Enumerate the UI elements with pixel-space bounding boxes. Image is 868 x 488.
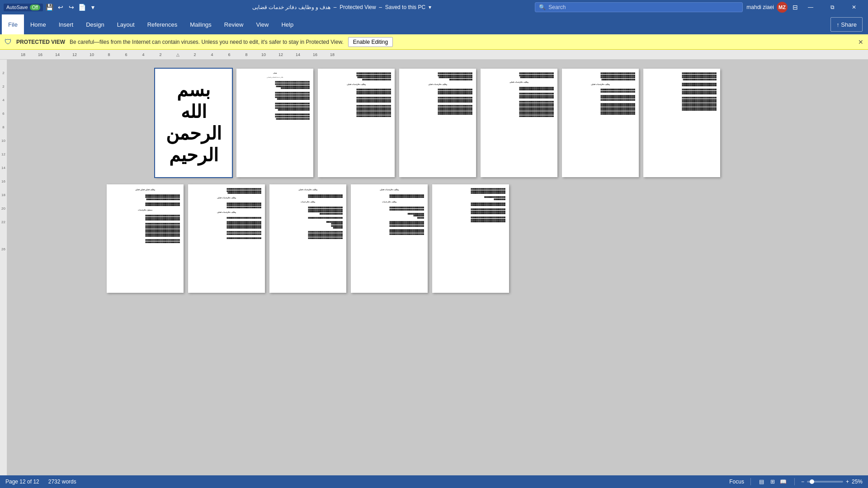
- tab-help[interactable]: Help: [275, 14, 300, 34]
- protected-view-bar: 🛡 PROTECTED VIEW Be careful—files from t…: [0, 34, 868, 50]
- ruler-num-v: 10: [1, 129, 5, 143]
- page-7[interactable]: ████████████████████████████████████ ███…: [643, 69, 720, 177]
- tab-layout[interactable]: Layout: [111, 14, 141, 34]
- page-8[interactable]: وظایف قضایی قضایی قضایی ████████████████…: [107, 184, 184, 293]
- ruler-num: 14: [49, 52, 66, 57]
- status-right: Focus ▤ ⊞ 📖 − + 25%: [729, 477, 863, 486]
- user-avatar[interactable]: MZ: [777, 2, 788, 13]
- saved-label: Saved to this PC: [385, 4, 425, 10]
- tab-insert[interactable]: Insert: [52, 14, 80, 34]
- zoom-slider[interactable]: [807, 481, 843, 483]
- share-button[interactable]: ↑ Share: [830, 17, 863, 32]
- page-content: هدف دفاتر خدمات قضایی قضایی ████████████…: [236, 69, 313, 123]
- window-controls: ⊟ — ⧉ ✕: [791, 0, 864, 14]
- title-bar-center: هدف و وظایف دفاتر خدمات قضایی – Protecte…: [148, 4, 535, 10]
- page-content: ████████████████████████████████████ ███…: [432, 184, 509, 226]
- web-layout-icon[interactable]: ⊞: [768, 477, 777, 486]
- close-button[interactable]: ✕: [844, 0, 864, 14]
- close-protected-bar[interactable]: ✕: [858, 38, 863, 46]
- ruler-num: 12: [272, 52, 289, 57]
- redo-icon[interactable]: ↪: [67, 3, 75, 11]
- doc-title: هدف و وظایف دفاتر خدمات قضایی: [252, 4, 331, 10]
- ruler-num: △: [169, 52, 186, 57]
- page-3[interactable]: ████████████████████████████████████ ███…: [318, 69, 395, 177]
- title-bar-right: 🔍 Search mahdi ziaei MZ ⊟ — ⧉ ✕: [535, 0, 864, 14]
- page-12[interactable]: ████████████████████████████████████ ███…: [432, 184, 509, 293]
- pages-row-2: وظایف قضایی قضایی قضایی ████████████████…: [25, 184, 850, 293]
- page-content: ████████████████████████████████████ ███…: [562, 69, 639, 119]
- new-doc-icon[interactable]: 📄: [78, 3, 86, 11]
- ruler-num: 18: [14, 52, 32, 57]
- ruler-num-v: 20: [1, 197, 5, 211]
- zoom-plus[interactable]: +: [846, 479, 849, 485]
- page-content: ████████████████████████████████████ ███…: [399, 69, 476, 119]
- ruler-num-v: 16: [1, 170, 5, 183]
- tab-home[interactable]: Home: [24, 14, 52, 34]
- separator: [794, 478, 795, 485]
- autosave-toggle[interactable]: Off: [30, 5, 40, 10]
- ribbon-display-icon[interactable]: ⊟: [791, 3, 799, 11]
- tab-mailings[interactable]: Mailings: [184, 14, 218, 34]
- ruler-num: 4: [203, 52, 221, 57]
- pages-row-1: بسم اللهالرحمن الرحيم هدف دفاتر خدمات قض…: [25, 69, 850, 177]
- ruler-num: 6: [221, 52, 238, 57]
- ruler-num: 8: [238, 52, 255, 57]
- title-bar: AutoSave Off 💾 ↩ ↪ 📄 ▾ هدف و وظایف دفاتر…: [0, 0, 868, 14]
- page-11[interactable]: وظایف دفاتر خدمات قضایی ████████████████…: [351, 184, 428, 293]
- ruler-num: 10: [255, 52, 272, 57]
- page-10[interactable]: وظایف دفاتر خدمات قضایی ████████████████…: [269, 184, 346, 293]
- protected-view-label: Protected View: [340, 4, 376, 10]
- autosave-badge: AutoSave Off: [4, 4, 43, 11]
- zoom-minus[interactable]: −: [801, 479, 804, 485]
- ruler-num-v: 8: [2, 116, 4, 129]
- protected-view-message: Be careful—files from the Internet can c…: [70, 39, 344, 45]
- page-content: وظایف دفاتر خدمات قضایی ████████████████…: [351, 184, 428, 239]
- focus-label[interactable]: Focus: [729, 479, 744, 485]
- read-mode-icon[interactable]: 📖: [779, 477, 788, 486]
- search-placeholder: Search: [548, 4, 566, 10]
- page-content: ████████████████████████████████████ ███…: [318, 69, 395, 121]
- page-1[interactable]: بسم اللهالرحمن الرحيم: [155, 69, 232, 177]
- ruler-num: 2: [186, 52, 203, 57]
- shield-icon: 🛡: [5, 38, 12, 46]
- page-9[interactable]: ████████████████████████████████████ ███…: [188, 184, 265, 293]
- tab-view[interactable]: View: [250, 14, 275, 34]
- tab-review[interactable]: Review: [218, 14, 250, 34]
- zoom-area: − + 25%: [801, 479, 863, 485]
- title-bar-left: AutoSave Off 💾 ↩ ↪ 📄 ▾: [4, 3, 148, 11]
- document-canvas[interactable]: بسم اللهالرحمن الرحيم هدف دفاتر خدمات قض…: [7, 60, 868, 475]
- page-5[interactable]: ████████████████████████████████████ ███…: [481, 69, 557, 177]
- zoom-level: 25%: [852, 479, 863, 485]
- tab-references[interactable]: References: [141, 14, 184, 34]
- ribbon: File Home Insert Design Layout Reference…: [0, 14, 868, 34]
- enable-editing-button[interactable]: Enable Editing: [348, 37, 393, 47]
- undo-icon[interactable]: ↩: [57, 3, 65, 11]
- print-layout-icon[interactable]: ▤: [757, 477, 766, 486]
- ruler-num: 4: [135, 52, 152, 57]
- save-icon[interactable]: 💾: [46, 3, 54, 11]
- customize-icon[interactable]: ▾: [89, 3, 97, 11]
- ruler-num: 8: [100, 52, 118, 57]
- search-box[interactable]: 🔍 Search: [535, 2, 743, 12]
- user-name: mahdi ziaei: [746, 4, 774, 10]
- tab-file[interactable]: File: [2, 14, 24, 34]
- ruler-num: 12: [66, 52, 83, 57]
- page-6[interactable]: ████████████████████████████████████ ███…: [562, 69, 639, 177]
- page-content: ████████████████████████████████████ ███…: [481, 69, 557, 121]
- page-content: ████████████████████████████████████ ███…: [643, 69, 720, 115]
- word-count: 2732 words: [48, 479, 76, 485]
- horizontal-ruler: 18 16 14 12 10 8 6 4 2 △ 2 4 6 8 10 12 1…: [0, 50, 868, 60]
- view-icons: ▤ ⊞ 📖: [757, 477, 788, 486]
- ruler-num: 6: [118, 52, 135, 57]
- ruler-num-v: 18: [1, 183, 5, 197]
- restore-button[interactable]: ⧉: [822, 0, 843, 14]
- page-4[interactable]: ████████████████████████████████████ ███…: [399, 69, 476, 177]
- page-2[interactable]: هدف دفاتر خدمات قضایی قضایی ████████████…: [236, 69, 313, 177]
- ruler-num-v: 2: [2, 75, 4, 89]
- ruler-num: 16: [307, 52, 324, 57]
- tab-design[interactable]: Design: [80, 14, 110, 34]
- vertical-ruler: 2 2 4 6 8 10 12 14 16 18 20 22 26: [0, 60, 7, 475]
- ruler-num: 16: [32, 52, 49, 57]
- ruler-num-v: 12: [1, 143, 5, 156]
- minimize-button[interactable]: —: [800, 0, 821, 14]
